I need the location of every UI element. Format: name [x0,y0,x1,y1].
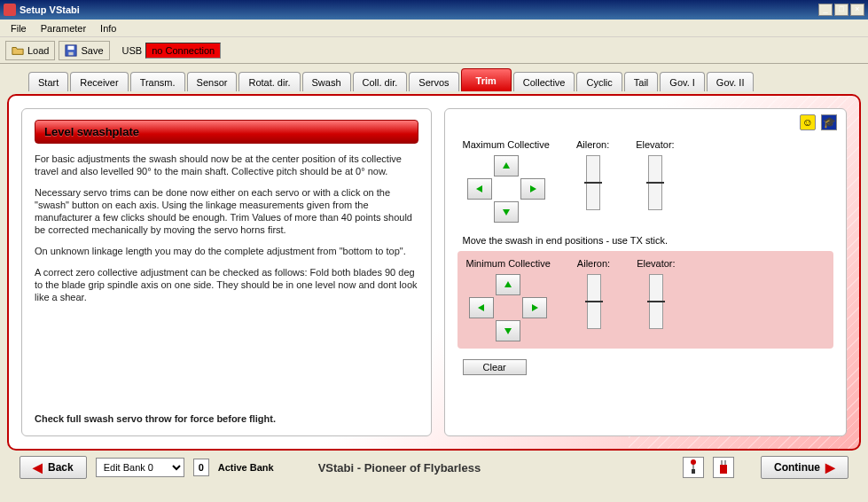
trim-controls-box: ☺ 🎓 Maximum Collective [444,108,848,436]
continue-label: Continue [774,461,820,474]
max-dpad [467,155,545,223]
tab-servos[interactable]: Servos [409,72,458,91]
min-right-button[interactable] [522,297,547,318]
max-collective-label: Maximum Collective [463,139,550,150]
basic-mode-icon[interactable]: ☺ [800,114,816,130]
tab-rotation-dir[interactable]: Rotat. dir. [239,72,300,91]
max-aileron-indicator [586,155,600,210]
max-elevator-indicator [648,155,662,210]
min-elevator-col: Elevator: [637,258,675,329]
tab-swash[interactable]: Swash [302,72,351,91]
minimize-button[interactable]: _ [818,4,833,16]
svg-point-5 [691,459,696,465]
content-panel: Level swashplate For basic adjustments t… [7,94,861,451]
tab-collective-dir[interactable]: Coll. dir. [353,72,408,91]
swash-instruction: Move the swash in end positions - use TX… [463,235,829,246]
tabs-row: Start Receiver Transm. Sensor Rotat. dir… [7,71,861,94]
toolbar: Load Save USB no Connection [0,37,868,64]
instructions-p4: A correct zero collective adjustment can… [35,266,418,303]
min-elevator-indicator [649,274,663,329]
brand-text: VStabi - Pioneer of Flybarless [318,461,481,475]
menu-parameter[interactable]: Parameter [34,21,93,35]
svg-rect-6 [720,465,727,474]
max-elevator-col: Elevator: [636,139,674,210]
bottom-bar: ◀ Back Edit Bank 0 0 Active Bank VStabi … [7,451,861,484]
menubar: File Parameter Info [0,20,868,37]
back-label: Back [48,461,74,474]
mode-icons: ☺ 🎓 [800,114,837,130]
max-left-button[interactable] [467,178,492,200]
active-bank-number: 0 [193,459,209,476]
tab-tail[interactable]: Tail [624,72,659,91]
min-collective-label: Minimum Collective [466,258,551,269]
instructions-p1: For basic adjustments the swash should n… [35,153,418,177]
max-aileron-label: Aileron: [576,139,609,150]
bank-select[interactable]: Edit Bank 0 [96,458,184,477]
tab-sensor[interactable]: Sensor [187,72,238,91]
load-button[interactable]: Load [5,41,55,60]
usb-status: no Connection [145,43,221,59]
min-left-button[interactable] [469,297,494,318]
tab-collective[interactable]: Collective [513,72,575,91]
save-button[interactable]: Save [59,41,109,60]
svg-rect-1 [68,45,74,49]
joystick-status-icon[interactable] [683,457,704,478]
max-right-button[interactable] [520,178,545,200]
expert-mode-icon[interactable]: 🎓 [821,114,837,130]
instructions-box: Level swashplate For basic adjustments t… [21,108,432,436]
min-aileron-col: Aileron: [577,258,610,329]
continue-arrow-icon: ▶ [825,460,835,475]
window-title: Setup VStabi [20,4,818,15]
tab-receiver[interactable]: Receiver [70,72,128,91]
load-label: Load [27,45,49,56]
main-area: Start Receiver Transm. Sensor Rotat. dir… [0,64,868,491]
max-elevator-label: Elevator: [636,139,674,150]
min-down-button[interactable] [496,320,520,341]
max-down-button[interactable] [494,201,519,223]
window-controls: _ □ × [818,4,864,16]
max-aileron-col: Aileron: [576,139,609,210]
max-collective-pad: Maximum Collective [463,139,550,223]
menu-info[interactable]: Info [93,21,123,35]
min-dpad [469,274,547,341]
floppy-icon [65,44,77,57]
clear-button[interactable]: Clear [463,359,527,375]
min-up-button[interactable] [496,274,520,295]
instructions-p3: On unknown linkage length you may do the… [35,245,418,257]
active-bank-label: Active Bank [218,462,274,473]
max-up-button[interactable] [494,155,519,176]
radio-status-icon[interactable] [713,457,734,478]
usb-label: USB [122,45,143,56]
tab-transmitter[interactable]: Transm. [130,72,185,91]
continue-button[interactable]: Continue ▶ [761,456,848,479]
tab-trim[interactable]: Trim [461,68,512,91]
close-button[interactable]: × [850,4,864,16]
min-collective-group: Minimum Collective [466,258,825,341]
maximize-button[interactable]: □ [834,4,848,16]
min-collective-group-wrap: Minimum Collective [457,251,834,349]
max-collective-group: Maximum Collective Aileron: [454,134,838,228]
instructions-p2: Necessary servo trims can be done now ei… [35,186,418,236]
min-aileron-label: Aileron: [577,258,610,269]
menu-file[interactable]: File [4,21,34,35]
folder-open-icon [12,44,24,57]
instructions-warning: Check full swash servo throw for force b… [35,412,418,425]
radio-icon [717,459,730,475]
tab-start[interactable]: Start [28,72,68,91]
joystick-icon [687,459,700,475]
back-arrow-icon: ◀ [33,460,43,475]
svg-rect-2 [69,51,74,55]
min-aileron-indicator [587,274,601,329]
instructions-title: Level swashplate [35,120,418,144]
back-button[interactable]: ◀ Back [20,456,87,479]
tab-gov2[interactable]: Gov. II [707,72,755,91]
app-icon [4,4,16,16]
min-elevator-label: Elevator: [637,258,675,269]
save-label: Save [81,45,103,56]
min-collective-pad: Minimum Collective [466,258,551,341]
tab-gov1[interactable]: Gov. I [660,72,705,91]
tab-cyclic[interactable]: Cyclic [576,72,622,91]
titlebar: Setup VStabi _ □ × [0,0,868,20]
